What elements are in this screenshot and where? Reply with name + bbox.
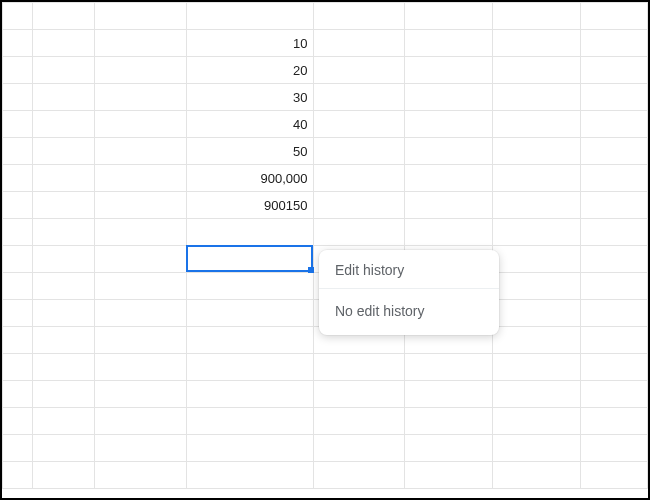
cell[interactable] [3, 354, 33, 381]
cell[interactable] [187, 435, 314, 462]
cell[interactable] [95, 84, 187, 111]
cell[interactable] [33, 273, 95, 300]
cell[interactable] [187, 3, 314, 30]
cell[interactable]: 40 [187, 111, 314, 138]
cell[interactable] [580, 462, 647, 489]
cell[interactable]: 900,000 [187, 165, 314, 192]
cell[interactable] [404, 192, 492, 219]
cell[interactable] [33, 192, 95, 219]
cell[interactable] [33, 138, 95, 165]
cell[interactable] [580, 273, 647, 300]
cell[interactable] [187, 327, 314, 354]
cell[interactable] [404, 84, 492, 111]
cell[interactable] [3, 435, 33, 462]
cell[interactable] [95, 138, 187, 165]
cell[interactable] [404, 408, 492, 435]
cell[interactable] [3, 273, 33, 300]
cell[interactable] [580, 354, 647, 381]
cell[interactable] [33, 354, 95, 381]
cell[interactable] [187, 273, 314, 300]
cell[interactable] [95, 435, 187, 462]
cell[interactable] [33, 462, 95, 489]
cell[interactable] [3, 165, 33, 192]
cell[interactable] [580, 300, 647, 327]
cell[interactable] [33, 111, 95, 138]
cell[interactable] [33, 84, 95, 111]
cell[interactable] [580, 246, 647, 273]
cell[interactable] [492, 300, 580, 327]
cell[interactable] [492, 111, 580, 138]
cell[interactable] [404, 462, 492, 489]
cell[interactable] [3, 30, 33, 57]
cell[interactable] [33, 300, 95, 327]
cell[interactable] [314, 462, 404, 489]
cell[interactable] [3, 57, 33, 84]
cell[interactable] [492, 435, 580, 462]
cell[interactable] [33, 30, 95, 57]
cell[interactable] [95, 246, 187, 273]
cell[interactable] [95, 57, 187, 84]
cell[interactable] [580, 3, 647, 30]
cell[interactable] [492, 327, 580, 354]
cell[interactable] [3, 3, 33, 30]
cell[interactable] [492, 57, 580, 84]
cell[interactable] [314, 138, 404, 165]
spreadsheet-grid[interactable]: 10 20 30 40 50 900,000 900150 [2, 2, 648, 489]
cell[interactable] [3, 138, 33, 165]
cell[interactable] [404, 57, 492, 84]
cell[interactable] [404, 381, 492, 408]
cell[interactable] [187, 219, 314, 246]
cell[interactable] [3, 246, 33, 273]
cell[interactable]: 50 [187, 138, 314, 165]
cell[interactable] [187, 381, 314, 408]
cell[interactable] [95, 354, 187, 381]
cell[interactable] [33, 3, 95, 30]
cell[interactable] [33, 435, 95, 462]
cell[interactable]: 30 [187, 84, 314, 111]
cell[interactable] [3, 462, 33, 489]
cell[interactable] [580, 138, 647, 165]
cell[interactable] [3, 219, 33, 246]
cell[interactable] [314, 381, 404, 408]
cell[interactable] [95, 111, 187, 138]
cell[interactable] [492, 462, 580, 489]
cell[interactable] [187, 246, 314, 273]
cell[interactable] [33, 165, 95, 192]
cell[interactable] [95, 300, 187, 327]
cell[interactable]: 900150 [187, 192, 314, 219]
cell[interactable]: 20 [187, 57, 314, 84]
cell[interactable] [404, 165, 492, 192]
cell[interactable] [580, 327, 647, 354]
cell[interactable] [404, 3, 492, 30]
cell[interactable] [404, 435, 492, 462]
cell[interactable] [3, 192, 33, 219]
cell[interactable] [314, 354, 404, 381]
cell[interactable] [404, 219, 492, 246]
cell[interactable] [95, 3, 187, 30]
cell[interactable] [492, 84, 580, 111]
cell[interactable] [404, 111, 492, 138]
cell[interactable] [95, 192, 187, 219]
cell[interactable] [95, 30, 187, 57]
cell[interactable] [95, 327, 187, 354]
cell[interactable] [404, 30, 492, 57]
cell[interactable] [492, 381, 580, 408]
cell[interactable] [3, 381, 33, 408]
cell[interactable] [95, 462, 187, 489]
cell[interactable]: 10 [187, 30, 314, 57]
cell[interactable] [33, 219, 95, 246]
cell[interactable] [95, 408, 187, 435]
cell[interactable] [187, 300, 314, 327]
cell[interactable] [580, 192, 647, 219]
cell[interactable] [33, 327, 95, 354]
cell[interactable] [314, 57, 404, 84]
cell[interactable] [580, 30, 647, 57]
cell[interactable] [314, 30, 404, 57]
cell[interactable] [492, 246, 580, 273]
cell[interactable] [492, 3, 580, 30]
cell[interactable] [492, 219, 580, 246]
cell[interactable] [33, 246, 95, 273]
cell[interactable] [580, 381, 647, 408]
cell[interactable] [187, 462, 314, 489]
cell[interactable] [580, 84, 647, 111]
